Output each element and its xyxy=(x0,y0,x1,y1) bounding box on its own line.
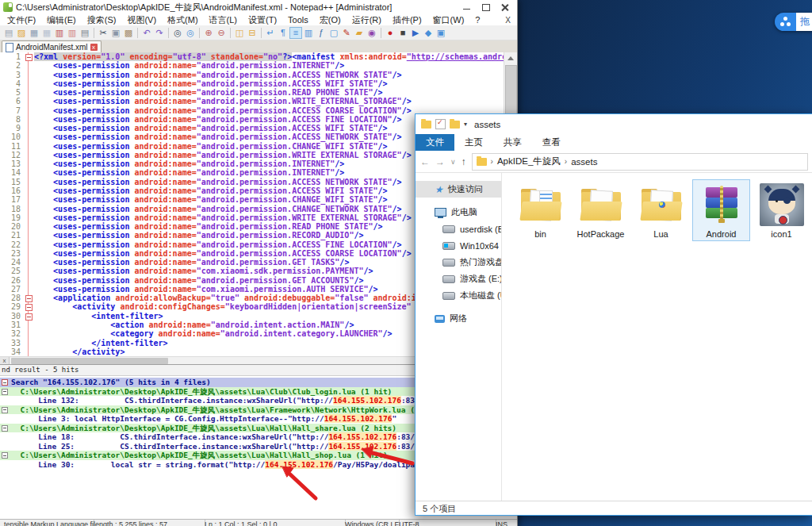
code-line[interactable]: 1<?xml version="1.0" encoding="utf-8" st… xyxy=(0,52,504,61)
paste-icon[interactable]: ▩ xyxy=(122,27,135,39)
redo-icon[interactable]: ↷ xyxy=(153,27,166,39)
menubar-close-icon[interactable]: X xyxy=(505,16,511,25)
sidebar-item-此电脑[interactable]: 此电脑 xyxy=(416,204,501,221)
tab-close-icon[interactable]: x xyxy=(90,44,98,51)
sidebar-item-label: 网络 xyxy=(450,313,467,324)
open-file-icon[interactable]: ▨ xyxy=(15,27,28,39)
ribbon-tab-文件[interactable]: 文件 xyxy=(416,134,454,151)
save-all-icon[interactable]: ▦ xyxy=(40,27,53,39)
edit-pencil-icon[interactable]: ✎ xyxy=(340,27,353,39)
menu-item-2[interactable]: 搜索(S) xyxy=(82,14,122,26)
sidebar-item-游戏盘 (E:)[interactable]: 游戏盘 (E:) xyxy=(416,271,501,287)
properties-check-icon[interactable] xyxy=(435,119,446,129)
close-all-icon[interactable]: ▥ xyxy=(66,27,79,39)
breadcrumb-segment[interactable]: assets xyxy=(571,157,597,167)
fold-collapse-icon[interactable] xyxy=(25,304,33,311)
ribbon-tab-主页[interactable]: 主页 xyxy=(454,134,493,151)
menu-item-8[interactable]: 宏(O) xyxy=(314,14,347,26)
sidebar-item-Win10x64 (C:)[interactable]: Win10x64 (C:) xyxy=(416,237,501,254)
file-item-Android[interactable]: Android xyxy=(692,179,750,241)
record-macro-icon[interactable]: ● xyxy=(384,27,396,39)
word-wrap-icon[interactable]: ↵ xyxy=(264,27,277,39)
scroll-up-icon[interactable] xyxy=(508,56,514,60)
menu-item-5[interactable]: 语言(L) xyxy=(204,14,243,26)
fold-collapse-icon[interactable] xyxy=(25,295,33,302)
replace-icon[interactable]: ◎ xyxy=(184,27,197,39)
indent-guide-icon[interactable]: ≡ xyxy=(289,27,302,39)
ribbon-tab-共享[interactable]: 共享 xyxy=(493,134,532,151)
collapse-icon[interactable] xyxy=(2,452,8,459)
breadcrumb-segment[interactable]: ApkIDE_牛旋风 xyxy=(497,155,561,167)
folder-icon xyxy=(578,182,624,227)
eye-icon[interactable]: ◉ xyxy=(366,27,378,39)
tab-androidmanifest[interactable]: AndroidManifest.xml x xyxy=(2,40,102,53)
hscroll-thumb[interactable] xyxy=(11,358,168,364)
fold-collapse-icon[interactable] xyxy=(25,313,33,321)
file-item-HotPackage[interactable]: HotPackage xyxy=(572,179,630,241)
menu-item-9[interactable]: 运行(R) xyxy=(347,14,387,26)
menu-item-3[interactable]: 视图(V) xyxy=(121,14,162,26)
menu-item-6[interactable]: 设置(T) xyxy=(243,14,282,26)
window-controls xyxy=(463,3,509,11)
maximize-icon[interactable] xyxy=(482,3,490,11)
ribbon-tab-查看[interactable]: 查看 xyxy=(532,134,571,151)
recent-locations-caret-icon[interactable]: ∨ xyxy=(450,158,456,166)
sidebar-item-热门游戏盘 (D:)[interactable]: 热门游戏盘 (D:) xyxy=(416,254,501,271)
menu-item-12[interactable]: ? xyxy=(469,15,485,25)
copy-icon[interactable]: ▣ xyxy=(109,27,122,39)
breadcrumb[interactable]: › ApkIDE_牛旋风 › assets xyxy=(472,153,808,171)
sidebar-item-userdisk (B:)[interactable]: userdisk (B:) xyxy=(416,221,501,237)
sidebar-item-网络[interactable]: 网络 xyxy=(416,310,501,327)
up-arrow-icon[interactable]: ↑ xyxy=(462,156,466,167)
menu-item-0[interactable]: 文件(F) xyxy=(2,14,41,26)
code-line[interactable]: 5 <uses-permission android:name="android… xyxy=(0,88,504,97)
menu-item-10[interactable]: 插件(P) xyxy=(387,14,427,26)
file-item-icon1[interactable]: icon1 xyxy=(753,179,810,241)
netdisk-widget[interactable]: 拖 xyxy=(775,13,812,31)
code-line[interactable]: 6 <uses-permission android:name="android… xyxy=(0,97,504,106)
save-icon[interactable]: ▦ xyxy=(28,27,40,39)
show-symbols-icon[interactable]: ¶ xyxy=(277,27,289,39)
undo-icon[interactable]: ↶ xyxy=(140,27,153,39)
function-list-icon[interactable]: ƒ xyxy=(315,27,327,39)
zoom-out-icon[interactable]: ⊖ xyxy=(215,27,228,39)
stop-macro-icon[interactable]: ■ xyxy=(396,27,409,39)
play-macro-icon[interactable]: ▶ xyxy=(409,27,422,39)
new-file-icon[interactable]: ▤ xyxy=(2,27,15,39)
sidebar-item-本地磁盘 (U:)[interactable]: 本地磁盘 (U:) xyxy=(416,287,501,304)
close-doc-icon[interactable]: ▥ xyxy=(53,27,66,39)
code-line[interactable]: 3 <uses-permission android:name="android… xyxy=(0,71,504,79)
code-line[interactable]: 2 <uses-permission android:name="android… xyxy=(0,61,504,70)
find-icon[interactable]: ◎ xyxy=(171,27,184,39)
menu-item-4[interactable]: 格式(M) xyxy=(162,14,204,26)
folder-toolbar-icon[interactable]: ▰ xyxy=(353,27,366,39)
fold-collapse-icon[interactable] xyxy=(25,54,33,61)
menu-item-1[interactable]: 编辑(E) xyxy=(41,14,82,26)
minimize-icon[interactable] xyxy=(463,3,471,11)
collapse-icon[interactable] xyxy=(2,425,8,432)
run-multi-macro-icon[interactable]: ▣ xyxy=(435,27,447,39)
forward-arrow-icon[interactable]: → xyxy=(435,156,445,167)
back-arrow-icon[interactable]: ← xyxy=(420,156,430,167)
code-line[interactable]: 4 <uses-permission android:name="android… xyxy=(0,79,504,88)
fold-margin xyxy=(24,339,34,347)
sync-vertical-icon[interactable]: ◫ xyxy=(233,27,246,39)
cut-icon[interactable]: ✂ xyxy=(97,27,109,39)
zoom-in-icon[interactable]: ⊕ xyxy=(202,27,215,39)
print-icon[interactable]: ▤ xyxy=(79,27,91,39)
collapse-icon[interactable] xyxy=(2,389,8,395)
collapse-icon[interactable] xyxy=(2,407,8,413)
line-number: 34 xyxy=(0,347,24,356)
menu-item-11[interactable]: 窗口(W) xyxy=(427,14,470,26)
doc-map-icon[interactable]: ▥ xyxy=(302,27,315,39)
close-icon[interactable] xyxy=(501,3,509,11)
file-item-bin[interactable]: bin xyxy=(511,179,569,241)
monitor-icon[interactable]: ▢ xyxy=(327,27,340,39)
file-item-Lua[interactable]: Lua xyxy=(632,179,690,241)
quick-access-caret-icon[interactable]: ▾ xyxy=(464,121,467,128)
collapse-icon[interactable] xyxy=(2,379,8,386)
menu-item-7[interactable]: Tools xyxy=(282,15,314,25)
sync-horizontal-icon[interactable]: ⊟ xyxy=(246,27,259,39)
save-macro-icon[interactable]: ◆ xyxy=(422,27,435,39)
sidebar-item-快速访问[interactable]: ★快速访问 xyxy=(416,181,501,198)
